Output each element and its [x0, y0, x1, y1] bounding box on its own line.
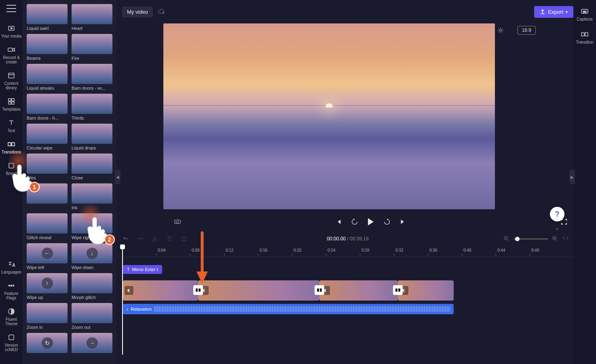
skip-end-button[interactable]: [399, 217, 408, 226]
transition-item[interactable]: ↓Wipe down: [72, 243, 112, 270]
transition-marker[interactable]: [315, 285, 324, 295]
svg-point-15: [499, 29, 501, 31]
transition-label: Close: [72, 175, 112, 180]
transition-item[interactable]: ↑Wipe up: [27, 273, 68, 300]
transition-thumb: [27, 64, 68, 84]
transition-item[interactable]: Liquid streaks: [27, 64, 68, 90]
transition-thumb: [27, 34, 68, 54]
transition-thumb: [72, 303, 112, 323]
nav-version[interactable]: Version ccfd61f: [0, 333, 23, 352]
transition-thumb: [72, 64, 112, 84]
cloud-save-icon[interactable]: [158, 8, 165, 15]
clip-volume-icon[interactable]: [125, 286, 133, 295]
transition-item[interactable]: Barn doors - ve...: [72, 64, 112, 90]
split-button[interactable]: [180, 235, 188, 242]
transition-item[interactable]: Liquid drops: [72, 124, 112, 150]
nav-label: Transition: [576, 40, 594, 44]
panel-collapse-button[interactable]: ◀: [115, 170, 120, 184]
nav-feature-flags[interactable]: Feature Flags: [0, 282, 23, 300]
transition-item[interactable]: Wipe right: [72, 213, 112, 240]
transition-item[interactable]: Fire: [72, 34, 112, 61]
nav-content-library[interactable]: Content library: [0, 72, 23, 90]
transition-label: Circular wipe: [27, 145, 68, 150]
transition-thumb: [27, 124, 68, 144]
transition-item[interactable]: Heart: [72, 4, 112, 31]
nav-record-create[interactable]: Record & create: [0, 46, 23, 64]
transition-item[interactable]: [27, 183, 68, 210]
transitions-panel: Liquid swirlHeartBeamsFireLiquid streaks…: [23, 0, 116, 364]
redo-button[interactable]: [137, 235, 144, 242]
delete-button[interactable]: [166, 235, 173, 242]
help-button[interactable]: ?: [550, 207, 564, 221]
svg-rect-1: [8, 48, 13, 51]
nav-languages[interactable]: Languages: [1, 260, 21, 274]
nav-transition-props[interactable]: Transition: [576, 30, 594, 44]
transition-thumb: [27, 303, 68, 323]
undo-button[interactable]: [122, 235, 129, 242]
audio-track[interactable]: ♪ Relaxation: [122, 304, 573, 314]
svg-rect-27: [196, 288, 198, 292]
transition-item[interactable]: Close: [72, 154, 112, 180]
transition-marker[interactable]: [393, 285, 403, 295]
transition-item[interactable]: Ink: [72, 183, 112, 210]
transition-thumb: [72, 213, 112, 234]
player-controls: CC: [167, 217, 575, 226]
transition-marker[interactable]: [193, 285, 203, 295]
transition-item[interactable]: Beams: [27, 34, 68, 61]
transition-item[interactable]: Thirds: [72, 94, 112, 120]
timeline[interactable]: 0:040:080:120:160:200:240:280:320:360:40…: [122, 246, 573, 364]
play-button[interactable]: [366, 217, 375, 226]
transition-thumb: [27, 154, 68, 174]
audio-clip[interactable]: ♪ Relaxation: [123, 304, 454, 314]
transition-label: Zoom out: [72, 325, 112, 330]
skip-start-button[interactable]: [334, 217, 343, 226]
transition-item[interactable]: Zoom out: [72, 303, 112, 330]
nav-your-media[interactable]: Your media: [1, 24, 21, 38]
rewind-button[interactable]: [350, 217, 359, 226]
settings-icon[interactable]: [497, 27, 504, 34]
transition-item[interactable]: →: [72, 333, 112, 355]
video-title[interactable]: My video: [122, 6, 153, 17]
preview-canvas[interactable]: [163, 23, 495, 209]
transition-item[interactable]: ←Wipe left: [27, 243, 68, 270]
transition-item[interactable]: Liquid swirl: [27, 4, 68, 31]
help-collapse-button[interactable]: ⌄: [550, 225, 564, 231]
nav-captions[interactable]: CC Captions: [577, 7, 592, 21]
transition-item[interactable]: Barn doors - h...: [27, 94, 68, 120]
zoom-in-button[interactable]: [552, 235, 559, 242]
svg-text:CC: CC: [175, 221, 180, 223]
playhead[interactable]: [122, 246, 123, 355]
cc-button[interactable]: CC: [173, 217, 182, 226]
transition-label: Beams: [27, 56, 68, 61]
transition-item[interactable]: Morph glitch: [72, 273, 112, 300]
nav-brand[interactable]: Brand: [6, 162, 17, 176]
zoom-slider[interactable]: [514, 238, 548, 240]
nav-fluent-theme[interactable]: Fluent Theme: [0, 307, 23, 326]
nav-text[interactable]: Text: [7, 119, 15, 133]
video-clip[interactable]: [123, 280, 198, 301]
transition-item[interactable]: Glitch reveal: [27, 213, 68, 240]
hamburger-icon[interactable]: [6, 5, 16, 12]
export-button[interactable]: Export ▾: [534, 6, 573, 18]
cut-button[interactable]: [151, 235, 159, 242]
transition-label: Liquid drops: [72, 145, 112, 150]
fit-button[interactable]: [562, 235, 569, 242]
transition-item[interactable]: Zoom in: [27, 303, 68, 330]
svg-rect-7: [8, 143, 11, 146]
transition-item[interactable]: Circular wipe: [27, 124, 68, 150]
ruler-tick: 0:36: [429, 248, 437, 252]
nav-transitions[interactable]: Transitions: [2, 140, 21, 154]
transition-item[interactable]: Tiles: [27, 154, 68, 180]
transition-item[interactable]: ↻: [27, 333, 68, 355]
zoom-out-button[interactable]: [503, 235, 510, 242]
video-clip[interactable]: [398, 280, 454, 301]
right-panel-collapse-button[interactable]: ▶: [569, 170, 575, 184]
text-clip-tag[interactable]: T Mirror Enter t: [123, 265, 162, 274]
video-clip[interactable]: [319, 280, 398, 301]
aspect-ratio-button[interactable]: 16:9: [518, 26, 536, 35]
nav-templates[interactable]: Templates: [2, 97, 21, 112]
forward-button[interactable]: [383, 217, 391, 226]
timeline-ruler[interactable]: 0:040:080:120:160:200:240:280:320:360:40…: [122, 246, 573, 257]
video-track[interactable]: T Mirror Enter t: [122, 280, 573, 301]
video-clip[interactable]: [198, 280, 319, 301]
